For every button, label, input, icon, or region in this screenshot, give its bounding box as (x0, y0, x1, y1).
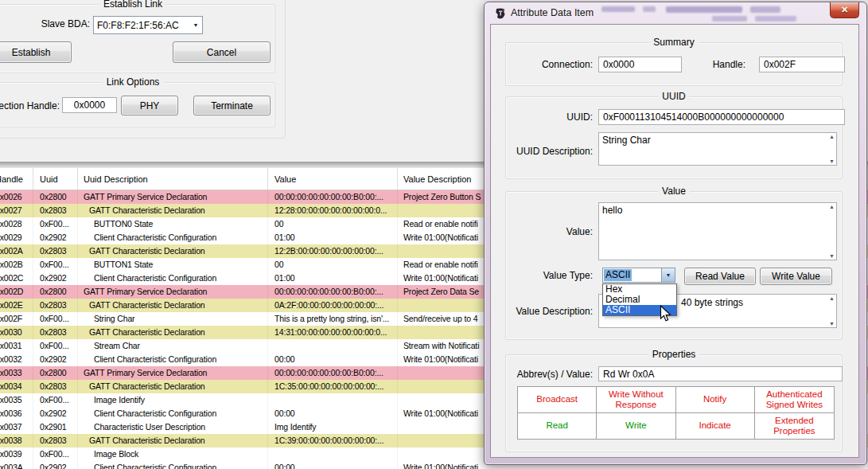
close-button[interactable]: ✕ (830, 2, 859, 18)
cell-handle: 0x0031 (0, 339, 33, 353)
scroll-up-icon[interactable]: ▲ (829, 134, 835, 139)
header-uuid[interactable]: Uuid (33, 168, 78, 190)
cell-uuid-description: Client Characteristic Configuration (78, 231, 268, 244)
screen: { "palette": { "row_pink": "#f2b3be", "r… (0, 0, 868, 469)
header-uuid-description[interactable]: Uuid Description (78, 168, 268, 190)
cell-value: 00:00:00:00:00:00:00:B0:00:... (268, 190, 398, 204)
header-handle[interactable]: Handle (0, 168, 33, 190)
cell-value: 00:00 (268, 353, 398, 366)
cell-uuid-description: GATT Characteristic Declaration (78, 326, 268, 339)
uuid-group-title: UUID (658, 91, 689, 102)
terminate-button[interactable]: Terminate (193, 96, 271, 115)
connection-label: Connection: (507, 59, 593, 70)
cell-value: 00:00 (268, 461, 398, 469)
cell-uuid: 0x2800 (33, 190, 78, 204)
uuid-description-field[interactable]: String Char ▲ ▼ (598, 132, 837, 166)
cell-handle: 0x0032 (0, 353, 33, 366)
cell-value: This is a pretty long string, isn'... (268, 312, 398, 326)
handle-value-field[interactable]: 0x002F (759, 57, 845, 72)
connection-handle-field[interactable]: 0x0000 (62, 97, 117, 113)
scroll-down-icon[interactable]: ▼ (829, 158, 835, 164)
summary-group-title: Summary (649, 37, 698, 48)
cell-value: 0A:2F:00:00:00:00:00:00:00:... (268, 299, 398, 312)
cell-uuid: 0x2800 (33, 285, 78, 299)
cell-uuid-description: GATT Characteristic Declaration (78, 434, 268, 448)
value-text: hello (602, 205, 622, 216)
properties-group-title: Properties (648, 349, 700, 360)
cell-value: 14:31:00:00:00:00:00:00:00:0... (268, 326, 398, 339)
scroll-up-icon[interactable]: ▲ (829, 295, 835, 301)
cell-uuid-description: GATT Characteristic Declaration (78, 204, 268, 217)
chevron-down-icon[interactable]: ▼ (189, 17, 202, 33)
cell-uuid: 0x2803 (33, 380, 78, 393)
cell-uuid-description: GATT Characteristic Declaration (78, 244, 268, 258)
cell-handle: 0x0028 (0, 217, 33, 231)
cell-uuid-description: Image Block (78, 448, 268, 461)
cell-uuid: 0xF00... (33, 217, 78, 231)
glass-reflection (601, 6, 635, 12)
cell-handle: 0x002E (0, 299, 33, 312)
abbrev-value: Rd Wr 0x0A (603, 369, 654, 380)
value-type-combobox[interactable]: ASCII ▼ (602, 268, 675, 283)
cell-handle: 0x0036 (0, 407, 33, 420)
cell-uuid: 0xF00... (33, 258, 78, 272)
cell-uuid-description: String Char (78, 312, 268, 326)
read-value-button[interactable]: Read Value (684, 268, 756, 285)
uuid-label: UUID: (507, 111, 593, 123)
cell-handle: 0x0030 (0, 326, 33, 339)
uuid-value: 0xF000113104514000B000000000000000 (603, 111, 784, 123)
cell-value (268, 448, 398, 461)
cell-handle: 0x002D (0, 285, 33, 299)
cell-handle: 0x0033 (0, 366, 33, 380)
connection-value: 0x0000 (603, 59, 634, 70)
scroll-down-icon[interactable]: ▼ (829, 253, 835, 259)
cell-handle: 0x0039 (0, 448, 33, 461)
cell-handle: 0x002C (0, 272, 33, 285)
cell-handle: 0x002B (0, 258, 33, 272)
cell-uuid: 0x2902 (33, 407, 78, 420)
dialog-titlebar[interactable]: Attribute Data Item ✕ (485, 2, 866, 24)
connection-value-field[interactable]: 0x0000 (598, 57, 682, 72)
uuid-description-value: String Char (602, 135, 651, 146)
cell-value: Img Identify (268, 420, 398, 434)
cell-value: 00 (268, 258, 398, 272)
abbrev-value-label: Abbrev(s) / Value: (507, 369, 593, 380)
uuid-value-field[interactable]: 0xF000113104514000B000000000000000 (598, 109, 845, 125)
value-group-title: Value (658, 186, 690, 197)
cell-value: 1C:39:00:00:00:00:00:00:00:... (268, 434, 398, 448)
cell-handle: 0x0029 (0, 231, 33, 244)
close-icon: ✕ (841, 5, 848, 15)
cell-uuid: 0x2902 (33, 461, 78, 469)
establish-button[interactable]: Establish (0, 41, 72, 63)
value-field[interactable]: hello ▲ ▼ (598, 202, 837, 260)
chevron-down-icon[interactable]: ▼ (661, 268, 675, 282)
cell-handle: 0x002F (0, 312, 33, 326)
slave-bda-label: Slave BDA: (16, 18, 90, 29)
write-value-button[interactable]: Write Value (760, 268, 832, 285)
cell-uuid: 0x2902 (33, 231, 78, 244)
uuid-description-label: UUID Description: (507, 146, 593, 157)
slave-bda-combobox[interactable]: F0:F8:F2:1F:56:AC ▼ (93, 16, 203, 34)
property-cell-read: Read (518, 413, 597, 440)
glass-reflection (666, 6, 742, 13)
property-cell-extended-properties: Extended Properties (755, 413, 834, 440)
cancel-button[interactable]: Cancel (173, 41, 271, 63)
properties-grid: BroadcastWrite Without ResponseNotifyAut… (517, 386, 835, 440)
property-cell-authenticated-signed-writes: Authenticated Signed Writes (755, 387, 834, 413)
cell-value: 1C:35:00:00:00:00:00:00:00:... (268, 380, 398, 393)
cell-uuid: 0x2902 (33, 353, 78, 366)
abbrev-value-field[interactable]: Rd Wr 0x0A (598, 366, 843, 381)
cell-value: 12:28:00:00:00:00:00:00:00:0... (268, 204, 398, 217)
scroll-down-icon[interactable]: ▼ (829, 321, 835, 326)
scroll-up-icon[interactable]: ▲ (829, 204, 835, 209)
cell-uuid: 0x2803 (33, 326, 78, 339)
cell-uuid-description: GATT Primary Service Declaration (78, 190, 268, 204)
header-value[interactable]: Value (268, 168, 398, 190)
cell-handle: 0x0026 (0, 190, 33, 204)
phy-button[interactable]: PHY (121, 96, 178, 115)
property-cell-notify: Notify (676, 387, 755, 413)
dialog-client-area: Summary Connection: 0x0000 Handle: 0x002… (490, 24, 859, 458)
property-cell-write: Write (597, 413, 675, 440)
attribute-data-item-dialog: Attribute Data Item ✕ Summary Connection… (484, 2, 867, 465)
glass-reflection (712, 16, 747, 21)
